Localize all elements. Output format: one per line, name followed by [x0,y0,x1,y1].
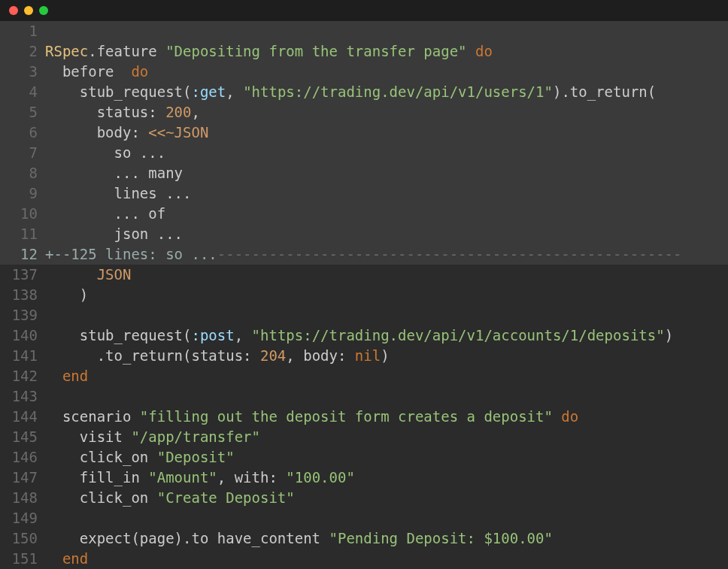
code-line: 150 expect(page).to have_content "Pendin… [0,528,728,549]
code-line: 9 lines ... [0,183,728,204]
line-number: 148 [0,488,45,508]
editor-window: 1 2 RSpec.feature "Depositing from the t… [0,0,728,569]
code-line: 148 click_on "Create Deposit" [0,488,728,508]
line-number: 1 [0,21,45,41]
code-line: 140 stub_request(:post, "https://trading… [0,325,728,346]
code-line: 143 [0,386,728,407]
line-number: 4 [0,82,45,102]
code-line: 5 status: 200, [0,102,728,123]
code-line: 144 scenario "filling out the deposit fo… [0,407,728,427]
line-number: 9 [0,183,45,204]
code-line: 146 click_on "Deposit" [0,447,728,468]
fold-indicator[interactable]: 12 +--125 lines: so ...-----------------… [0,244,728,265]
line-number: 151 [0,549,45,569]
line-number: 150 [0,528,45,549]
code-line: 141 .to_return(status: 204, body: nil) [0,346,728,366]
line-number: 11 [0,224,45,244]
code-line: 6 body: <<~JSON [0,123,728,143]
code-line: 1 [0,21,728,41]
line-number: 12 [0,244,45,265]
code-line: 2 RSpec.feature "Depositing from the tra… [0,41,728,62]
close-icon[interactable] [9,6,18,15]
code-line: 4 stub_request(:get, "https://trading.de… [0,82,728,102]
code-line: 142 end [0,366,728,386]
line-number: 140 [0,325,45,346]
code-line: 139 [0,305,728,325]
line-number: 139 [0,305,45,325]
code-line: 3 before do [0,62,728,82]
line-number: 143 [0,386,45,407]
code-line: 8 ... many [0,163,728,183]
line-number: 2 [0,41,45,62]
line-number: 6 [0,123,45,143]
line-number: 145 [0,427,45,447]
line-number: 149 [0,508,45,528]
line-number: 142 [0,366,45,386]
code-line: 137 JSON [0,265,728,285]
code-line: 145 visit "/app/transfer" [0,427,728,447]
code-editor[interactable]: 1 2 RSpec.feature "Depositing from the t… [0,21,728,569]
line-number: 7 [0,143,45,163]
line-number: 137 [0,265,45,285]
line-number: 147 [0,468,45,488]
code-line: 151 end [0,549,728,569]
line-number: 10 [0,204,45,224]
line-number: 146 [0,447,45,468]
code-line: 7 so ... [0,143,728,163]
line-number: 3 [0,62,45,82]
code-line: 10 ... of [0,204,728,224]
maximize-icon[interactable] [39,6,48,15]
line-number: 141 [0,346,45,366]
line-number: 144 [0,407,45,427]
code-line: 138 ) [0,285,728,305]
code-line: 147 fill_in "Amount", with: "100.00" [0,468,728,488]
line-number: 138 [0,285,45,305]
window-titlebar [0,0,728,21]
code-line: 149 [0,508,728,528]
minimize-icon[interactable] [24,6,33,15]
code-line: 11 json ... [0,224,728,244]
line-number: 5 [0,102,45,123]
line-number: 8 [0,163,45,183]
